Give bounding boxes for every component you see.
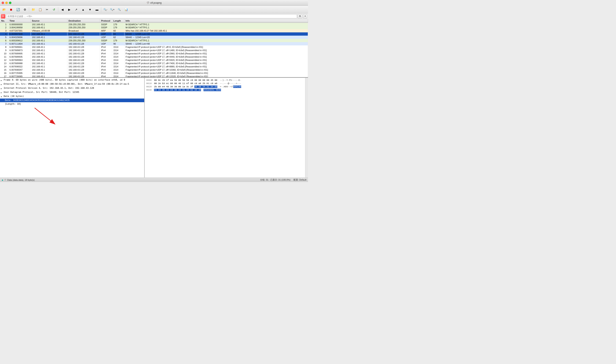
hex-row: 001000 2e b3 ec 00 00 40 11 ef 00 c0 a8 …	[146, 82, 304, 85]
filter-button[interactable]: 书	[297, 14, 302, 18]
table-row[interactable]: 166.007725995192.168.43.1192.168.43.128I…	[0, 71, 308, 75]
scroll-down-button[interactable]: ▼	[87, 7, 93, 13]
col-time[interactable]: Time	[8, 19, 31, 23]
table-row[interactable]: 10.000000000192.168.43.1239.255.255.250S…	[0, 23, 308, 26]
toolbar-separator-1	[29, 7, 29, 12]
table-row[interactable]: 176.007726065192.168.43.1192.168.43.128I…	[0, 75, 308, 77]
minimize-button[interactable]	[5, 2, 8, 4]
red-arrow-svg	[0, 106, 144, 147]
col-info[interactable]: Info	[124, 19, 308, 23]
col-protocol[interactable]: Protocol	[100, 19, 112, 23]
expand-icon-open: ▼	[1, 95, 3, 98]
goto-button[interactable]: ↗	[73, 7, 80, 13]
table-row[interactable]: 66.005309612192.168.43.1239.255.255.250S…	[0, 39, 308, 42]
hex-row: 00202b 80 e4 48 30 39 00 1a 3c 2f 34 38 …	[146, 85, 304, 88]
expand-icon-closed: ▶	[1, 87, 3, 90]
main-window: 🦈 ctf.pcapng 📂 ⏹ 🔄 ⚙ 📁 📋 ✂ ↺ ◀ ▶ ↗ ▲ ▼ ▬…	[0, 0, 308, 182]
hex-row: 000000 0c 29 1f ea 59 00 50 56 c0 00 08 …	[146, 78, 304, 82]
detail-panel: ▶Frame 4: 60 bytes on wire (480 bits), 6…	[0, 78, 145, 178]
filter-input[interactable]	[6, 14, 297, 18]
packet-list-container: No. Time Source Destination Protocol Len…	[0, 19, 308, 77]
copy-button[interactable]: 📋	[37, 7, 43, 13]
table-row[interactable]: 46.003997608192.168.43.1192.168.43.128UD…	[0, 32, 308, 36]
shark-icon: 🦈	[4, 179, 6, 181]
title-bar: 🦈 ctf.pcapng	[0, 0, 308, 6]
color-button[interactable]: ▬	[94, 7, 100, 13]
detail-item[interactable]: ▼Data (18 bytes)	[0, 94, 144, 99]
close-button[interactable]	[2, 2, 4, 4]
expand-icon-closed: ▶	[1, 79, 3, 82]
zoom-reset-button[interactable]: 🔍	[116, 7, 122, 13]
scrollbar[interactable]	[305, 78, 308, 178]
folder-button[interactable]: 📁	[30, 7, 37, 13]
table-row[interactable]: 34.877207301VMware_c0:00:08BroadcastARP6…	[0, 29, 308, 32]
table-row[interactable]: 96.007689873192.168.43.1192.168.43.128IP…	[0, 49, 308, 52]
hex-ascii: +·.H09··</48414e	[220, 85, 241, 88]
hex-bytes: 00 2e b3 ec 00 00 40 11 ef 00 c0 a8 2b 0…	[154, 82, 217, 85]
detail-item[interactable]: ▶Ethernet II, Src: VMware_c0:00:08 (00:5…	[0, 82, 144, 86]
traffic-lights	[2, 2, 11, 4]
status-text: Data (data.data), 18 byte(s)	[7, 179, 35, 181]
hex-row: 003034 34 35 33 34 38 34 31 34 62 34 354…	[146, 88, 304, 91]
col-no[interactable]: No.	[0, 19, 8, 23]
hex-offset: 0020	[146, 85, 152, 88]
expand-icon-closed: ▶	[1, 83, 3, 86]
toolbar: 📂 ⏹ 🔄 ⚙ 📁 📋 ✂ ↺ ◀ ▶ ↗ ▲ ▼ ▬ 🔍- 🔍+ 🔍 📊	[0, 6, 308, 13]
col-length[interactable]: Length	[112, 19, 124, 23]
hex-bytes: 2b 80 e4 48 30 39 00 1a 3c 2f 34 38 34 3…	[154, 85, 217, 88]
table-row[interactable]: 126.007689963192.168.43.1192.168.43.128I…	[0, 58, 308, 62]
ready-indicator: ●	[2, 178, 3, 182]
filter-input-wrap	[6, 14, 297, 18]
hex-bytes: 34 34 35 33 34 38 34 31 34 62 34 35	[154, 88, 201, 91]
zoom-out-button[interactable]: 🔍-	[102, 7, 108, 13]
reload-button[interactable]: ↺	[51, 7, 57, 13]
status-right: 分组: 31 · 已显示: 31 (100.0%) 配置: Default	[260, 178, 306, 182]
maximize-button[interactable]	[9, 2, 11, 4]
stop-button[interactable]: ⏹	[8, 7, 14, 13]
detail-item[interactable]: ▶Frame 4: 60 bytes on wire (480 bits), 6…	[0, 78, 144, 82]
table-row[interactable]: 106.007689905192.168.43.1192.168.43.128I…	[0, 52, 308, 55]
table-row[interactable]: 136.007689988192.168.43.1192.168.43.128I…	[0, 62, 308, 65]
window-title: 🦈 ctf.pcapng	[147, 1, 161, 4]
table-row[interactable]: 146.007690022192.168.43.1192.168.43.128I…	[0, 65, 308, 68]
toolbar-separator-3	[101, 7, 101, 12]
detail-item[interactable]: ▶User Datagram Protocol, Src Port: 58440…	[0, 91, 144, 94]
filter-dropdown-button[interactable]: ▼	[303, 14, 307, 18]
search-fwd-button[interactable]: ▶	[66, 7, 72, 13]
search-back-button[interactable]: ◀	[59, 7, 66, 13]
col-source[interactable]: Source	[31, 19, 67, 23]
graph-button[interactable]: 📊	[123, 7, 129, 13]
config-text: 配置: Default	[294, 179, 306, 181]
packet-table: No. Time Source Destination Protocol Len…	[0, 19, 308, 77]
table-row[interactable]: 56.004329696192.168.43.1192.168.43.128UD…	[0, 36, 308, 39]
hex-ascii: ··)··Y·PV·····E·	[220, 78, 241, 82]
wireshark-icon: 🦈	[147, 1, 149, 4]
hex-ascii: 44534841 4b45	[203, 88, 221, 91]
filter-icon[interactable]: ▼	[1, 14, 5, 19]
restart-button[interactable]: 🔄	[15, 7, 21, 13]
scroll-up-button[interactable]: ▲	[80, 7, 86, 13]
cut-button[interactable]: ✂	[44, 7, 50, 13]
open-button[interactable]: 📂	[1, 7, 7, 13]
detail-child-item[interactable]: [Length: 18]	[0, 102, 144, 106]
hex-panel: 000000 0c 29 1f ea 59 00 50 56 c0 00 08 …	[145, 78, 305, 178]
status-left: ● 🦈 Data (data.data), 18 byte(s)	[2, 178, 35, 182]
detail-child-item[interactable]: Data: 3438343134653434343533333438383431…	[0, 99, 144, 102]
hex-offset: 0030	[146, 88, 152, 91]
table-row[interactable]: 23.004199958192.168.43.1239.255.255.250S…	[0, 26, 308, 29]
table-row[interactable]: 156.007690047192.168.43.1192.168.43.128I…	[0, 68, 308, 71]
detail-item[interactable]: ▶Internet Protocol Version 4, Src: 192.1…	[0, 86, 144, 91]
packet-count: 分组: 31 · 已显示: 31 (100.0%)	[260, 179, 291, 181]
hex-offset: 0010	[146, 82, 152, 85]
status-bar: ● 🦈 Data (data.data), 18 byte(s) 分组: 31 …	[0, 178, 308, 182]
table-header: No. Time Source Destination Protocol Len…	[0, 19, 308, 23]
zoom-in-button[interactable]: 🔍+	[109, 7, 116, 13]
bottom-panels: ▶Frame 4: 60 bytes on wire (480 bits), 6…	[0, 77, 308, 178]
table-row[interactable]: 116.007689935192.168.43.1192.168.43.128I…	[0, 55, 308, 58]
table-row[interactable]: 76.007111804192.168.43.1192.168.43.128UD…	[0, 42, 308, 45]
table-row[interactable]: 86.007689661192.168.43.1192.168.43.128IP…	[0, 45, 308, 49]
col-destination[interactable]: Destination	[67, 19, 100, 23]
hex-offset: 0000	[146, 78, 152, 82]
filter-bar: ▼ 书 ▼	[0, 13, 308, 19]
settings-button[interactable]: ⚙	[22, 7, 28, 13]
